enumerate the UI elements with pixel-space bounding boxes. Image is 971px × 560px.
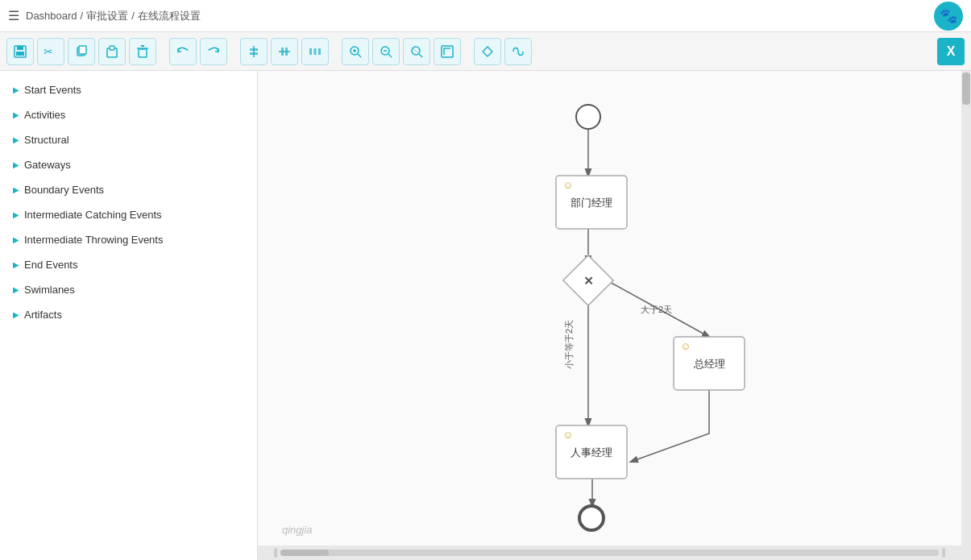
chevron-icon: ▶ xyxy=(13,110,19,119)
breadcrumb-current: 在线流程设置 xyxy=(138,9,201,23)
chevron-icon: ▶ xyxy=(13,260,19,269)
menu-icon[interactable]: ☰ xyxy=(8,8,19,23)
align-distribute-button[interactable] xyxy=(301,38,329,65)
zoom-in-button[interactable] xyxy=(342,38,369,65)
sidebar-item-artifacts[interactable]: ▶ Artifacts xyxy=(0,302,257,327)
svg-rect-13 xyxy=(250,52,258,55)
svg-rect-19 xyxy=(318,48,321,55)
sidebar-item-label: Boundary Events xyxy=(24,184,104,196)
breadcrumb: Dashboard / 审批设置 / 在线流程设置 xyxy=(26,9,201,23)
main-layout: ▶ Start Events ▶ Activities ▶ Structural… xyxy=(0,71,971,560)
svg-rect-16 xyxy=(285,48,288,56)
close-button[interactable]: X xyxy=(937,38,965,65)
svg-text:大于2天: 大于2天 xyxy=(641,305,672,314)
breadcrumb-sep1: / xyxy=(81,10,84,22)
chevron-icon: ▶ xyxy=(13,285,19,294)
avatar-icon: 🐾 xyxy=(940,7,957,25)
canvas-area[interactable]: ☺ 部门经理 ✕ ☺ 总经理 ☺ 人事经理 大于2天 小于等于2天 xyxy=(258,71,971,560)
chevron-icon: ▶ xyxy=(13,310,19,319)
diagram-footer-label: qingjia xyxy=(282,524,313,536)
zoom-actual-button[interactable] xyxy=(434,38,461,65)
sidebar-item-label: Artifacts xyxy=(24,309,62,321)
breadcrumb-page2[interactable]: 审批设置 xyxy=(86,9,128,23)
svg-rect-17 xyxy=(309,48,312,55)
top-bar: ☰ Dashboard / 审批设置 / 在线流程设置 🐾 xyxy=(0,0,971,32)
chevron-icon: ▶ xyxy=(13,235,19,244)
vertical-scrollbar[interactable] xyxy=(961,71,971,560)
redo-button[interactable] xyxy=(200,38,227,65)
svg-rect-12 xyxy=(250,48,258,51)
undo-button[interactable] xyxy=(169,38,197,65)
sidebar-item-end-events[interactable]: ▶ End Events xyxy=(0,252,257,277)
svg-line-28 xyxy=(419,54,422,57)
svg-rect-1 xyxy=(17,46,23,50)
svg-text:小于等于2天: 小于等于2天 xyxy=(564,320,574,369)
svg-rect-8 xyxy=(139,49,147,57)
svg-text:总经理: 总经理 xyxy=(693,358,725,370)
start-event xyxy=(576,105,600,129)
avatar-button[interactable]: 🐾 xyxy=(934,2,963,31)
sidebar: ▶ Start Events ▶ Activities ▶ Structural… xyxy=(0,71,258,560)
svg-text:✕: ✕ xyxy=(583,274,594,288)
align-h-button[interactable] xyxy=(271,38,298,65)
svg-rect-15 xyxy=(281,48,284,56)
svg-text:✂: ✂ xyxy=(44,45,53,58)
sidebar-item-label: Gateways xyxy=(24,159,71,171)
chevron-icon: ▶ xyxy=(13,210,19,219)
zoom-out-button[interactable] xyxy=(372,38,400,65)
delete-button[interactable] xyxy=(129,38,156,65)
sidebar-item-swimlanes[interactable]: ▶ Swimlanes xyxy=(0,277,257,302)
svg-rect-30 xyxy=(442,46,453,57)
svg-line-26 xyxy=(388,54,392,57)
breadcrumb-sep2: / xyxy=(131,10,135,22)
svg-text:人事经理: 人事经理 xyxy=(571,446,612,458)
svg-text:☺: ☺ xyxy=(562,179,573,191)
bpmn-diagram: ☺ 部门经理 ✕ ☺ 总经理 ☺ 人事经理 大于2天 小于等于2天 xyxy=(274,79,838,560)
svg-text:☺: ☺ xyxy=(680,340,691,352)
sidebar-item-boundary-events[interactable]: ▶ Boundary Events xyxy=(0,177,257,202)
svg-rect-7 xyxy=(110,46,114,50)
svg-text:部门经理: 部门经理 xyxy=(571,197,612,209)
chevron-icon: ▶ xyxy=(13,85,19,94)
sidebar-item-intermediate-catching[interactable]: ▶ Intermediate Catching Events xyxy=(0,202,257,227)
chevron-icon: ▶ xyxy=(13,185,19,194)
sidebar-item-activities[interactable]: ▶ Activities xyxy=(0,102,257,127)
breadcrumb-home[interactable]: Dashboard xyxy=(26,10,77,22)
toolbar: ✂ X xyxy=(0,32,971,71)
sidebar-item-label: End Events xyxy=(24,259,78,271)
paste-button[interactable] xyxy=(98,38,126,65)
zoom-fit-button[interactable] xyxy=(403,38,430,65)
save-button[interactable] xyxy=(6,38,34,65)
sidebar-item-label: Intermediate Catching Events xyxy=(24,209,162,221)
svg-line-23 xyxy=(358,54,361,57)
sidebar-item-label: Swimlanes xyxy=(24,284,75,296)
sidebar-item-intermediate-throwing[interactable]: ▶ Intermediate Throwing Events xyxy=(0,227,257,252)
sidebar-item-gateways[interactable]: ▶ Gateways xyxy=(0,152,257,177)
sidebar-item-structural[interactable]: ▶ Structural xyxy=(0,127,257,152)
sidebar-item-label: Start Events xyxy=(24,84,81,96)
svg-line-29 xyxy=(413,48,418,53)
svg-rect-2 xyxy=(16,52,24,56)
svg-rect-18 xyxy=(314,48,317,55)
copy-button[interactable] xyxy=(68,38,95,65)
chevron-icon: ▶ xyxy=(13,160,19,169)
route-straight-button[interactable] xyxy=(474,38,501,65)
sidebar-item-start-events[interactable]: ▶ Start Events xyxy=(0,77,257,102)
cut-button[interactable]: ✂ xyxy=(37,38,64,65)
close-label: X xyxy=(947,44,956,59)
sidebar-item-label: Activities xyxy=(24,109,65,121)
align-v-button[interactable] xyxy=(240,38,268,65)
horizontal-scrollbar[interactable] xyxy=(258,545,961,560)
end-event xyxy=(579,506,604,530)
svg-text:☺: ☺ xyxy=(562,429,573,441)
sidebar-item-label: Intermediate Throwing Events xyxy=(24,234,163,246)
chevron-icon: ▶ xyxy=(13,135,19,144)
route-curved-button[interactable] xyxy=(504,38,532,65)
sidebar-item-label: Structural xyxy=(24,134,69,146)
svg-rect-5 xyxy=(79,46,86,54)
